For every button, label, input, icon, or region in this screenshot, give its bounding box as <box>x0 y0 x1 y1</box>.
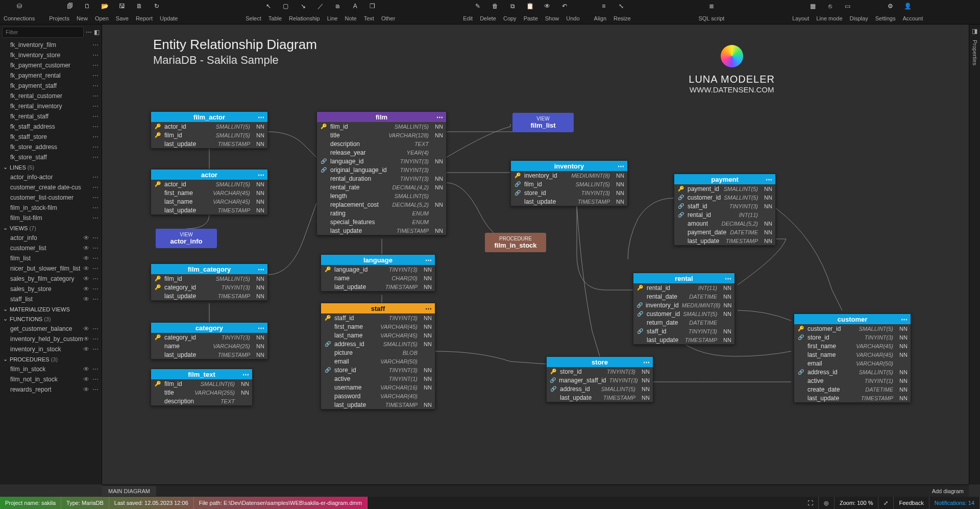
toolbar-other[interactable]: Other <box>378 15 399 21</box>
visibility-icon[interactable]: 👁 <box>83 366 89 373</box>
toolbar-settings[interactable]: Settings <box>872 15 899 21</box>
table-column[interactable]: pictureBLOB <box>321 348 435 357</box>
edit-icon[interactable]: ✎ <box>469 0 486 12</box>
table-column[interactable]: last_updateTIMESTAMPNN <box>511 197 627 206</box>
table-column[interactable]: 🔗address_idSMALLINT(5)NN <box>321 340 435 348</box>
table-column[interactable]: 🔑store_idTINYINT(3)NN <box>547 367 653 376</box>
table-menu-icon[interactable]: ⋯ <box>436 113 443 121</box>
view-box-film_in_stock[interactable]: PROCEDUREfilm_in_stock <box>485 233 546 252</box>
toolbar-account[interactable]: Account <box>899 15 926 21</box>
table-column[interactable]: last_updateTIMESTAMPNN <box>317 226 446 235</box>
item-menu-icon[interactable]: ⋯ <box>92 103 99 110</box>
relation-icon[interactable]: ↘ <box>295 0 312 12</box>
table-column[interactable]: 🔗inventory_idMEDIUMINT(8)NN <box>633 301 734 309</box>
table-column[interactable]: nameCHAR(20)NN <box>321 274 435 282</box>
item-menu-icon[interactable]: ⋯ <box>92 62 99 69</box>
paste-icon[interactable]: 📋 <box>521 0 538 12</box>
visibility-icon[interactable]: 👁 <box>83 275 89 282</box>
tree-item[interactable]: actor_info👁⋯ <box>0 233 102 243</box>
table-menu-icon[interactable]: ⋯ <box>258 171 264 179</box>
table-column[interactable]: titleVARCHAR(128)NN <box>317 131 446 139</box>
table-column[interactable]: ratingENUM <box>317 209 446 217</box>
tab-main-diagram[interactable]: MAIN DIAGRAM <box>102 486 156 496</box>
visibility-icon[interactable]: 👁 <box>83 265 89 272</box>
table-category[interactable]: category⋯🔑category_idTINYINT(3)NNnameVAR… <box>151 322 268 359</box>
add-diagram-button[interactable]: Add diagram <box>927 488 969 494</box>
tree-item[interactable]: film_list-film⋯ <box>0 213 102 223</box>
table-column[interactable]: nameVARCHAR(25)NN <box>151 342 267 350</box>
toolbar-open[interactable]: Open <box>91 15 112 21</box>
tree-item[interactable]: staff_list👁⋯ <box>0 294 102 304</box>
tree-item[interactable]: fk_store_address⋯ <box>0 142 102 152</box>
table-column[interactable]: 🔗store_idTINYINT(3)NN <box>511 188 627 197</box>
save-icon[interactable]: 🖫 <box>113 0 131 12</box>
table-column[interactable]: last_updateTIMESTAMPNN <box>633 335 734 344</box>
item-menu-icon[interactable]: ⋯ <box>92 133 99 140</box>
item-menu-icon[interactable]: ⋯ <box>92 325 99 332</box>
tree-item[interactable]: rewards_report👁⋯ <box>0 384 102 395</box>
table-menu-icon[interactable]: ⋯ <box>425 256 432 264</box>
files-icon[interactable]: 🗐 <box>61 0 79 12</box>
table-menu-icon[interactable]: ⋯ <box>725 275 731 282</box>
tree-item[interactable]: inventory_in_stock👁⋯ <box>0 344 102 354</box>
note-icon[interactable]: 🗈 <box>329 0 347 12</box>
view-box-film_list[interactable]: VIEWfilm_list <box>512 113 574 132</box>
table-column[interactable]: 🔗language_idTINYINT(3)NN <box>317 157 446 165</box>
table-column[interactable]: activeTINYINT(1)NN <box>794 376 911 385</box>
visibility-icon[interactable]: 👁 <box>83 346 89 353</box>
view-box-actor_info[interactable]: VIEWactor_info <box>156 229 217 248</box>
table-column[interactable]: 🔑rental_idINT(11)NN <box>633 283 734 292</box>
visibility-icon[interactable]: 👁 <box>83 386 89 393</box>
table-column[interactable]: last_updateTIMESTAMPNN <box>321 282 435 291</box>
table-menu-icon[interactable]: ⋯ <box>258 324 264 332</box>
tree-item[interactable]: fk_staff_address⋯ <box>0 122 102 132</box>
table-column[interactable]: 🔑film_idSMALLINT(6)NN <box>151 379 252 388</box>
table-column[interactable]: last_updateTIMESTAMPNN <box>674 236 775 245</box>
status-zoom[interactable]: Zoom: 100 % <box>835 497 878 509</box>
user-icon[interactable]: 👤 <box>899 0 916 12</box>
item-menu-icon[interactable]: ⋯ <box>92 255 99 262</box>
table-actor[interactable]: actor⋯🔑actor_idSMALLINT(5)NNfirst_nameVA… <box>151 169 268 215</box>
text-icon[interactable]: A <box>347 0 364 12</box>
file-new-icon[interactable]: 🗋 <box>79 0 96 12</box>
item-menu-icon[interactable]: ⋯ <box>92 234 99 241</box>
folder-open-icon[interactable]: 📂 <box>96 0 113 12</box>
tree-section-procedures[interactable]: ⌄PROCEDURES (3) <box>0 354 102 364</box>
panel-icon[interactable]: ◨ <box>972 28 977 35</box>
table-column[interactable]: last_nameVARCHAR(45)NN <box>151 197 267 206</box>
item-menu-icon[interactable]: ⋯ <box>92 143 99 151</box>
item-menu-icon[interactable]: ⋯ <box>92 194 99 201</box>
toolbar-relationship[interactable]: Relationship <box>285 15 324 21</box>
table-column[interactable]: 🔗address_idSMALLINT(5)NN <box>794 368 911 376</box>
table-column[interactable]: 🔑film_idSMALLINT(5)NN <box>317 122 446 131</box>
status-feedback[interactable]: Feedback <box>894 497 929 509</box>
item-menu-icon[interactable]: ⋯ <box>92 82 99 89</box>
table-column[interactable]: last_updateTIMESTAMPNN <box>151 292 267 300</box>
table-menu-icon[interactable]: ⋯ <box>901 316 908 323</box>
tree-item[interactable]: inventory_held_by_custom👁⋯ <box>0 334 102 344</box>
toolbar-projects[interactable]: Projects <box>45 15 73 21</box>
table-column[interactable]: 🔗manager_staff_idTINYINT(3)NN <box>547 376 653 384</box>
toolbar-layout[interactable]: Layout <box>789 15 813 21</box>
tree-item[interactable]: fk_payment_staff⋯ <box>0 81 102 91</box>
tree-item[interactable]: get_customer_balance👁⋯ <box>0 324 102 334</box>
tree-item[interactable]: fk_payment_rental⋯ <box>0 70 102 81</box>
table-menu-icon[interactable]: ⋯ <box>258 113 264 121</box>
table-customer[interactable]: customer⋯🔑customer_idSMALLINT(5)NN🔗store… <box>794 313 911 403</box>
trash-icon[interactable]: 🗑 <box>486 0 504 12</box>
line-icon[interactable]: ／ <box>312 0 329 12</box>
table-film_text[interactable]: film_text⋯🔑film_idSMALLINT(6)NNtitleVARC… <box>151 369 253 406</box>
table-column[interactable]: titleVARCHAR(255)NN <box>151 388 252 397</box>
tree-item[interactable]: sales_by_film_category👁⋯ <box>0 274 102 284</box>
table-staff[interactable]: staff⋯🔑staff_idTINYINT(3)NNfirst_nameVAR… <box>321 303 435 409</box>
cursor-icon[interactable]: ↖ <box>260 0 277 12</box>
table-column[interactable]: last_nameVARCHAR(45)NN <box>794 350 911 359</box>
tree-item[interactable]: customer_list👁⋯ <box>0 243 102 253</box>
table-menu-icon[interactable]: ⋯ <box>643 358 650 366</box>
table-column[interactable]: 🔗original_language_idTINYINT(3) <box>317 165 446 174</box>
undo-icon[interactable]: ↶ <box>556 0 573 12</box>
table-column[interactable]: descriptionTEXT <box>317 139 446 148</box>
tree-item[interactable]: fk_rental_staff⋯ <box>0 111 102 122</box>
visibility-icon[interactable]: 👁 <box>83 255 89 262</box>
database-icon[interactable]: ⛁ <box>11 0 28 12</box>
